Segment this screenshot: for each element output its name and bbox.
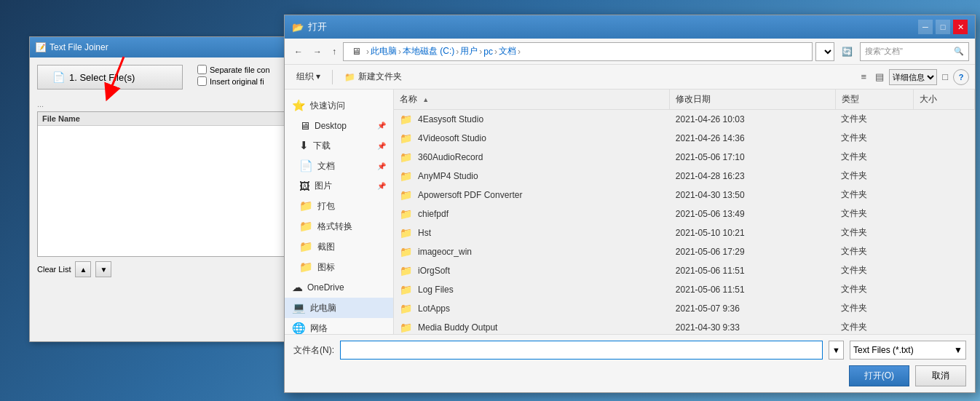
file-size-cell <box>913 110 974 129</box>
nav-item-pictures[interactable]: 🖼 图片 📌 <box>285 176 393 196</box>
table-row[interactable]: 📁 chiefpdf 2021-05-06 13:49 文件夹 <box>394 205 975 223</box>
nav-item-documents[interactable]: 📄 文档 📌 <box>285 156 393 176</box>
nav-item-thispc[interactable]: 💻 此电脑 <box>285 298 393 318</box>
dots: ... <box>37 100 305 108</box>
nav-item-convert[interactable]: 📁 格式转换 <box>285 216 393 237</box>
file-type-cell: 文件夹 <box>835 299 913 318</box>
table-row[interactable]: 📁 LotApps 2021-05-07 9:36 文件夹 <box>394 299 975 318</box>
action-row: 打开(O) 取消 <box>293 365 966 386</box>
file-size-cell <box>913 261 974 280</box>
table-row[interactable]: 📁 iOrgSoft 2021-05-06 11:51 文件夹 <box>394 261 975 280</box>
file-modified-cell: 2021-05-06 11:51 <box>670 280 836 299</box>
nav-label-downloads: 下载 <box>313 140 331 152</box>
file-table-container[interactable]: 名称 ▲ 修改日期 类型 大小 <box>394 90 975 334</box>
nav-item-screenshot[interactable]: 📁 截图 <box>285 237 393 257</box>
move-down-button[interactable]: ▼ <box>95 261 111 277</box>
view-list-button[interactable]: ≡ <box>858 69 871 84</box>
file-size-cell <box>913 318 974 335</box>
option1-checkbox[interactable] <box>197 65 207 74</box>
filetype-label: Text Files (*.txt) <box>853 345 914 355</box>
nav-item-desktop[interactable]: 🖥 Desktop 📌 <box>285 116 393 135</box>
col-modified[interactable]: 修改日期 <box>670 90 836 110</box>
preview-button[interactable]: □ <box>938 69 952 84</box>
screenshot-icon: 📁 <box>299 240 313 253</box>
dialog-titlebar-left: 📂 打开 <box>292 20 327 33</box>
nav-item-icons[interactable]: 📁 图标 <box>285 257 393 277</box>
options-area: Separate file con Insert original fi <box>197 65 270 86</box>
address-dropdown[interactable] <box>815 42 834 61</box>
filename-dropdown-btn[interactable]: ▼ <box>829 341 844 360</box>
file-type-cell: 文件夹 <box>835 280 913 299</box>
folder-icon: 📁 <box>400 132 412 144</box>
file-modified-cell: 2021-05-06 11:51 <box>670 261 836 280</box>
search-icon[interactable]: 🔍 <box>954 47 964 56</box>
table-row[interactable]: 📁 4Videosoft Studio 2021-04-26 14:36 文件夹 <box>394 129 975 148</box>
refresh-button[interactable]: 🔄 <box>837 44 857 60</box>
nav-item-downloads[interactable]: ⬇ 下载 📌 <box>285 135 393 156</box>
breadcrumb-docs[interactable]: 文档 <box>499 45 516 57</box>
view-dropdown[interactable]: 详细信息 <box>889 69 937 85</box>
breadcrumb-drive[interactable]: 本地磁盘 (C:) <box>403 45 454 57</box>
forward-button[interactable]: → <box>309 45 325 58</box>
table-row[interactable]: 📁 Apowersoft PDF Converter 2021-04-30 13… <box>394 186 975 205</box>
nav-item-pack[interactable]: 📁 打包 <box>285 196 393 216</box>
documents-icon: 📄 <box>299 159 313 172</box>
nav-item-network[interactable]: 🌐 网络 <box>285 318 393 334</box>
file-type-cell: 文件夹 <box>835 129 913 148</box>
filename-input[interactable] <box>340 341 823 360</box>
file-size-cell <box>913 129 974 148</box>
table-row[interactable]: 📁 Media Buddy Output 2021-04-30 9:33 文件夹 <box>394 318 975 335</box>
file-modified-cell: 2021-04-30 9:33 <box>670 318 836 335</box>
help-button[interactable]: ? <box>953 69 969 85</box>
nav-item-onedrive[interactable]: ☁ OneDrive <box>285 277 393 298</box>
close-button[interactable]: ✕ <box>953 20 968 34</box>
filetype-dropdown[interactable]: Text Files (*.txt) ▼ <box>850 341 966 360</box>
table-row[interactable]: 📁 imageocr_win 2021-05-06 17:29 文件夹 <box>394 242 975 261</box>
col-type[interactable]: 类型 <box>835 90 913 110</box>
organize-button[interactable]: 组织 ▾ <box>291 68 326 85</box>
nav-label-pack: 打包 <box>317 200 335 213</box>
breadcrumb-user[interactable]: pc <box>483 47 493 57</box>
file-size-cell <box>913 280 974 299</box>
filename-row: 文件名(N): ▼ Text Files (*.txt) ▼ <box>293 341 966 360</box>
back-button[interactable]: ← <box>291 45 307 58</box>
col-size[interactable]: 大小 <box>913 90 974 110</box>
nav-item-quickaccess[interactable]: ⭐ 快速访问 <box>285 95 393 116</box>
nav-label-quickaccess: 快速访问 <box>310 100 345 112</box>
convert-icon: 📁 <box>299 220 313 233</box>
move-up-button[interactable]: ▲ <box>75 261 91 277</box>
option1-label[interactable]: Separate file con <box>197 65 270 74</box>
dialog-toolbar: 组织 ▾ 📁 新建文件夹 ≡ ▤ 详细信息 □ ? <box>285 65 975 90</box>
col-name[interactable]: 名称 ▲ <box>394 90 670 110</box>
new-folder-button[interactable]: 📁 新建文件夹 <box>339 68 408 85</box>
file-table: 名称 ▲ 修改日期 类型 大小 <box>394 90 975 334</box>
table-row[interactable]: 📁 4Easysoft Studio 2021-04-26 10:03 文件夹 <box>394 110 975 129</box>
joiner-title-icon: 📝 <box>36 42 46 52</box>
network-icon: 🌐 <box>292 322 306 334</box>
select-files-button[interactable]: 📄 1. Select File(s) <box>37 65 183 90</box>
table-row[interactable]: 📁 AnyMP4 Studio 2021-04-28 16:23 文件夹 <box>394 167 975 186</box>
option2-label[interactable]: Insert original fi <box>197 76 270 86</box>
breadcrumb-pc[interactable]: 此电脑 <box>371 45 397 57</box>
quickaccess-icon: ⭐ <box>292 99 306 112</box>
open-button[interactable]: 打开(O) <box>849 365 909 386</box>
file-name-cell: 📁 360AudioRecord <box>394 148 670 167</box>
nav-label-thispc: 此电脑 <box>310 302 336 314</box>
option2-checkbox[interactable] <box>197 76 207 86</box>
breadcrumb-users[interactable]: 用户 <box>460 45 478 57</box>
table-row[interactable]: 📁 Log Files 2021-05-06 11:51 文件夹 <box>394 280 975 299</box>
cancel-button[interactable]: 取消 <box>915 365 966 386</box>
file-name-cell: 📁 LotApps <box>394 299 670 318</box>
folder-icon: 📁 <box>400 208 412 220</box>
clear-list-label: Clear List <box>37 265 71 274</box>
pictures-icon: 🖼 <box>299 180 310 192</box>
maximize-button[interactable]: □ <box>936 20 950 34</box>
file-name-cell: 📁 AnyMP4 Studio <box>394 167 670 186</box>
table-row[interactable]: 📁 Hst 2021-05-10 10:21 文件夹 <box>394 223 975 242</box>
file-type-cell: 文件夹 <box>835 167 913 186</box>
table-row[interactable]: 📁 360AudioRecord 2021-05-06 17:10 文件夹 <box>394 148 975 167</box>
minimize-button[interactable]: ─ <box>918 20 933 34</box>
joiner-window: 📝 Text File Joiner 📄 1. Select File(s) S… <box>29 36 313 342</box>
up-button[interactable]: ↑ <box>328 45 340 58</box>
view-details-button[interactable]: ▤ <box>872 69 888 84</box>
